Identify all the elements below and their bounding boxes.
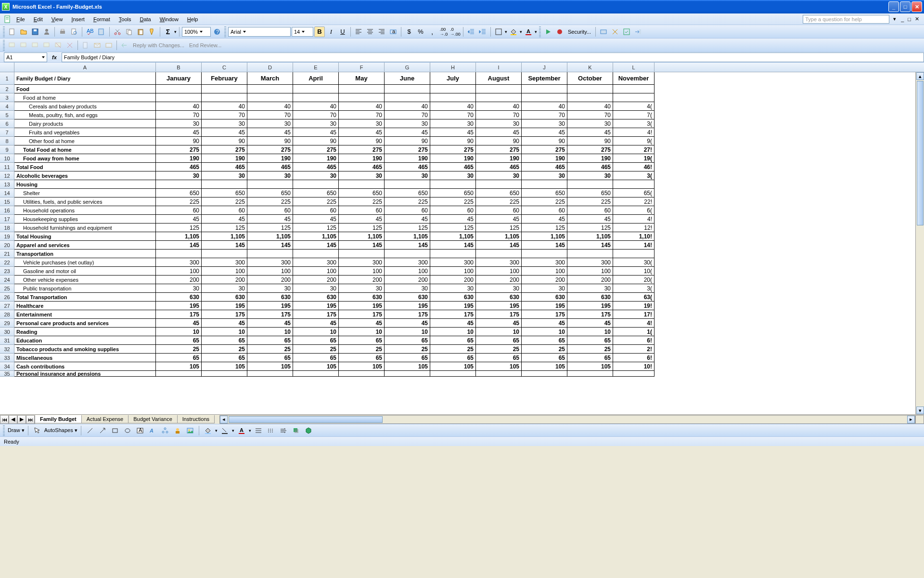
- cell[interactable]: Reading: [14, 328, 156, 336]
- cell[interactable]: 30: [339, 119, 385, 128]
- cell[interactable]: 630: [522, 293, 567, 302]
- cell[interactable]: 1,105: [339, 232, 385, 241]
- cell[interactable]: Total Housing: [14, 232, 156, 241]
- cell[interactable]: 1,105: [430, 232, 476, 241]
- cell[interactable]: 60: [385, 206, 430, 215]
- cell[interactable]: Public transportation: [14, 284, 156, 293]
- cell[interactable]: 90: [202, 137, 247, 145]
- cell[interactable]: 65: [339, 354, 385, 362]
- save-icon[interactable]: [30, 26, 40, 37]
- menu-edit[interactable]: Edit: [30, 15, 47, 23]
- cell[interactable]: 195: [293, 302, 339, 310]
- cell[interactable]: 6!: [613, 336, 654, 345]
- cell[interactable]: 195: [247, 302, 293, 310]
- cell[interactable]: 45: [430, 319, 476, 328]
- row-header[interactable]: 11: [0, 163, 14, 171]
- cell[interactable]: 70: [202, 111, 247, 119]
- cell[interactable]: 45: [385, 215, 430, 223]
- cell[interactable]: 30: [430, 119, 476, 128]
- cell[interactable]: 100: [247, 267, 293, 276]
- cell[interactable]: 105: [430, 362, 476, 371]
- cell[interactable]: 65: [385, 354, 430, 362]
- cell[interactable]: May: [339, 72, 385, 85]
- new-comment-icon[interactable]: [7, 40, 17, 51]
- cell[interactable]: 105: [385, 362, 430, 371]
- cell[interactable]: 190: [247, 154, 293, 163]
- cell[interactable]: 30: [202, 119, 247, 128]
- cell[interactable]: 195: [385, 302, 430, 310]
- row-header[interactable]: 33: [0, 354, 14, 362]
- cell[interactable]: 630: [430, 293, 476, 302]
- cell[interactable]: 10: [522, 328, 567, 336]
- cell[interactable]: [293, 371, 339, 377]
- cell[interactable]: 60: [567, 206, 613, 215]
- cell[interactable]: 65(: [613, 189, 654, 197]
- cell[interactable]: 100: [202, 267, 247, 276]
- cell[interactable]: Tobacco products and smoking supplies: [14, 345, 156, 354]
- cell[interactable]: 45: [293, 319, 339, 328]
- cell[interactable]: 10: [247, 328, 293, 336]
- cell[interactable]: 465: [293, 163, 339, 171]
- cell[interactable]: 63(: [613, 293, 654, 302]
- cell[interactable]: 90: [522, 137, 567, 145]
- cell[interactable]: 17!: [613, 310, 654, 319]
- cell[interactable]: Education: [14, 336, 156, 345]
- cell[interactable]: February: [202, 72, 247, 85]
- cell[interactable]: 70: [430, 111, 476, 119]
- cell[interactable]: 40: [202, 102, 247, 111]
- cell[interactable]: 300: [202, 258, 247, 267]
- underline-button[interactable]: U: [337, 26, 348, 37]
- cell[interactable]: 90: [339, 137, 385, 145]
- row-header[interactable]: 28: [0, 310, 14, 319]
- cell[interactable]: 45: [522, 128, 567, 137]
- cell[interactable]: [202, 180, 247, 189]
- cell[interactable]: 190: [567, 154, 613, 163]
- row-header[interactable]: 34: [0, 362, 14, 371]
- diagram-icon[interactable]: [160, 425, 170, 436]
- cell[interactable]: [247, 371, 293, 377]
- cell[interactable]: [247, 250, 293, 258]
- font-color-icon[interactable]: A: [236, 425, 247, 436]
- sheet-tab-budget-variance[interactable]: Budget Variance: [128, 415, 178, 423]
- vb-icon[interactable]: [598, 26, 609, 37]
- cell[interactable]: 60: [430, 206, 476, 215]
- cell[interactable]: 2!: [613, 345, 654, 354]
- cell[interactable]: 25: [293, 345, 339, 354]
- cell[interactable]: 30: [567, 119, 613, 128]
- cell[interactable]: 45: [202, 215, 247, 223]
- cell[interactable]: [247, 85, 293, 93]
- col-header[interactable]: D: [247, 63, 293, 72]
- row-header[interactable]: 24: [0, 276, 14, 284]
- cell[interactable]: 30: [385, 171, 430, 180]
- cell[interactable]: 30: [247, 171, 293, 180]
- col-header[interactable]: G: [385, 63, 430, 72]
- cell[interactable]: 650: [156, 189, 202, 197]
- send-mail-icon[interactable]: [92, 40, 103, 51]
- cell[interactable]: 100: [522, 267, 567, 276]
- cell[interactable]: Food away from home: [14, 154, 156, 163]
- cell[interactable]: 70: [339, 111, 385, 119]
- cell[interactable]: [156, 93, 202, 102]
- cell[interactable]: 45: [339, 319, 385, 328]
- scroll-thumb[interactable]: [229, 416, 383, 423]
- cell[interactable]: 1,10!: [613, 232, 654, 241]
- cell[interactable]: [567, 371, 613, 377]
- help-icon[interactable]: ?: [212, 26, 222, 37]
- cell[interactable]: 25: [567, 345, 613, 354]
- cell[interactable]: [339, 85, 385, 93]
- cell[interactable]: 275: [567, 145, 613, 154]
- cell[interactable]: Household operations: [14, 206, 156, 215]
- picture-icon[interactable]: [185, 425, 195, 436]
- cell[interactable]: 465: [430, 163, 476, 171]
- cell[interactable]: 45: [202, 128, 247, 137]
- cell[interactable]: 45: [385, 128, 430, 137]
- cell[interactable]: 200: [247, 276, 293, 284]
- cell[interactable]: 65: [567, 336, 613, 345]
- cell[interactable]: [613, 180, 654, 189]
- cell[interactable]: 4!: [613, 128, 654, 137]
- cell[interactable]: 650: [385, 189, 430, 197]
- cell[interactable]: July: [430, 72, 476, 85]
- cell[interactable]: 45: [430, 215, 476, 223]
- cell[interactable]: 70: [293, 111, 339, 119]
- select-objects-icon[interactable]: [32, 425, 42, 436]
